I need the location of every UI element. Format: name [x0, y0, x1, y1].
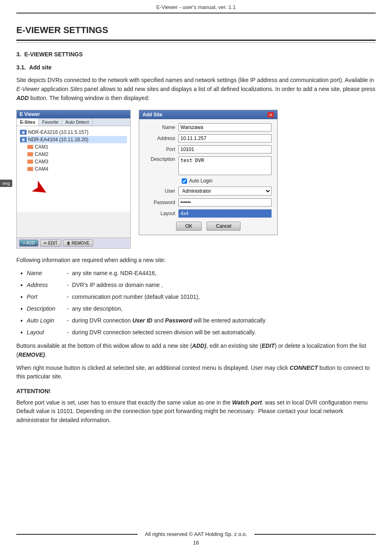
subsec-num: 3. — [16, 51, 21, 58]
intro-para: Site depicts DVRs connected to the netwo… — [16, 76, 376, 102]
cam-icon-4 — [27, 167, 33, 171]
autologin-checkbox[interactable] — [182, 178, 187, 184]
attention-head: ATTENTION! — [16, 387, 376, 396]
description-input[interactable]: test DVR — [178, 156, 272, 175]
address-label: Address — [145, 136, 178, 141]
dialog-body: Name Address Port Description test DVR — [139, 119, 277, 235]
buttons-para: Buttons available at the bottom of this … — [16, 342, 376, 359]
dvr1-label: NDR-EA3216 (10.11.5.157) — [28, 129, 88, 135]
port-row: Port — [145, 145, 272, 153]
footer: All rights reserved © AAT Holding Sp. z … — [0, 531, 392, 546]
tree-item-cam2[interactable]: CAM2 — [20, 151, 127, 158]
thin-rule — [16, 42, 376, 43]
password-label: Password — [145, 200, 178, 205]
tree-item-cam3[interactable]: CAM3 — [20, 158, 127, 165]
list-item-description: Description - any site description, — [16, 305, 376, 314]
eviewer-titlebar: E Viewer — [17, 110, 130, 118]
context-para: When right mouse button is clicked at se… — [16, 364, 376, 381]
subsec-title: E-VIEWER SETTINGS — [24, 51, 82, 58]
cam-icon-1 — [27, 145, 33, 149]
page-header: E-Viewer - user's manual, ver. 1.1 — [0, 0, 392, 13]
list-item-layout: Layout - during DVR connection selected … — [16, 328, 376, 338]
section-title: E-VIEWER SETTINGS — [16, 25, 376, 36]
dialog-buttons: OK Cancel — [145, 222, 272, 231]
list-item-name: Name - any site name e.g. NDR-EA4416, — [16, 269, 376, 278]
description-label: Description — [145, 156, 178, 162]
dvr-icon-2: ▣ — [20, 137, 27, 142]
following-info: Following information are required when … — [16, 256, 376, 265]
cam1-label: CAM1 — [35, 144, 48, 150]
dvr-icon-1: ▣ — [20, 130, 27, 135]
footer-row: All rights reserved © AAT Holding Sp. z … — [0, 531, 392, 537]
dialog-titlebar: Add Site ✕ — [139, 110, 277, 119]
edit-button[interactable]: ✏ EDIT — [40, 240, 61, 247]
tab-favorite[interactable]: Favorite — [39, 118, 62, 126]
footer-rule-right — [254, 534, 376, 535]
name-label: Name — [145, 124, 178, 130]
eviewer-tabs: E-Sites Favorite Auto Detect — [17, 118, 130, 126]
tab-esites[interactable]: E-Sites — [17, 118, 39, 126]
eviewer-bottom-bar: + ADD ✏ EDIT 🗑 REMOVE — [17, 238, 130, 248]
footer-rule-left — [16, 534, 138, 535]
cam-icon-3 — [27, 160, 33, 164]
remove-button[interactable]: 🗑 REMOVE — [63, 240, 93, 247]
user-label: User — [145, 188, 178, 194]
sub2-title: Add site — [29, 64, 51, 71]
dialog-title: Add Site — [143, 112, 163, 118]
top-rule — [16, 13, 376, 13]
cam-icon-2 — [27, 152, 33, 156]
header-title: E-Viewer - user's manual, ver. 1.1 — [156, 4, 236, 10]
description-row: Description test DVR — [145, 156, 272, 175]
cam2-label: CAM2 — [35, 151, 48, 157]
cam3-label: CAM3 — [35, 159, 48, 165]
address-input[interactable] — [178, 134, 272, 142]
bullet-list: Name - any site name e.g. NDR-EA4416, Ad… — [16, 269, 376, 338]
layout-label: Layout — [145, 211, 178, 216]
cam4-label: CAM4 — [35, 166, 48, 172]
list-item-address: Address - DVR's IP address or domain nam… — [16, 281, 376, 290]
list-item-autologin: Auto Login - during DVR connection User … — [16, 316, 376, 326]
tree-item-dvr2[interactable]: ▣ NDR-EA4104 (10.11.18.20) — [20, 136, 127, 143]
footer-text: All rights reserved © AAT Holding Sp. z … — [145, 531, 247, 537]
ok-button[interactable]: OK — [176, 222, 202, 231]
dvr2-label: NDR-EA4104 (10.11.18.20) — [28, 137, 88, 142]
name-row: Name — [145, 123, 272, 131]
port-input[interactable] — [178, 145, 272, 153]
tree-item-dvr1[interactable]: ▣ NDR-EA3216 (10.11.5.157) — [20, 129, 127, 136]
layout-input[interactable] — [178, 209, 272, 218]
add-button[interactable]: + ADD — [19, 240, 38, 247]
list-item-port: Port - communication port number (defaul… — [16, 293, 376, 302]
eviewer-tree: ▣ NDR-EA3216 (10.11.5.157) ▣ NDR-EA4104 … — [17, 126, 130, 212]
layout-row: Layout — [145, 209, 272, 218]
eviewer-panel: E Viewer E-Sites Favorite Auto Detect ▣ … — [16, 110, 131, 249]
password-row: Password — [145, 198, 272, 207]
user-row: User Administrator — [145, 187, 272, 196]
thick-rule — [16, 40, 376, 41]
tree-item-cam4[interactable]: CAM4 — [20, 165, 127, 173]
cancel-button[interactable]: Cancel — [207, 222, 241, 231]
password-input[interactable] — [178, 198, 272, 207]
eng-label: eng — [0, 180, 12, 187]
red-arrow: ➤ — [28, 174, 53, 202]
tree-item-cam1[interactable]: CAM1 — [20, 143, 127, 151]
sub2-header: 3.1. Add site — [16, 63, 376, 72]
eviewer-title: E Viewer — [20, 111, 40, 117]
port-label: Port — [145, 147, 178, 152]
screenshot-row: eng E Viewer E-Sites Favorite Auto Detec… — [16, 110, 376, 249]
address-row: Address — [145, 134, 272, 142]
page-number: 16 — [0, 540, 392, 546]
sub2-num: 3.1. — [16, 64, 26, 71]
name-input[interactable] — [178, 123, 272, 131]
dialog-close-button[interactable]: ✕ — [267, 112, 274, 118]
tab-autodetect[interactable]: Auto Detect — [62, 118, 92, 126]
subsection-header: 3. E-VIEWER SETTINGS — [16, 50, 376, 59]
autologin-label: Auto Login — [189, 178, 212, 184]
autologin-row: Auto Login — [145, 178, 272, 184]
user-select[interactable]: Administrator — [178, 187, 272, 196]
attention-para: Before port value is set, user has to en… — [16, 398, 376, 425]
addsite-dialog: Add Site ✕ Name Address Port Descripti — [139, 110, 278, 235]
main-content: 3. E-VIEWER SETTINGS 3.1. Add site Site … — [16, 50, 376, 425]
